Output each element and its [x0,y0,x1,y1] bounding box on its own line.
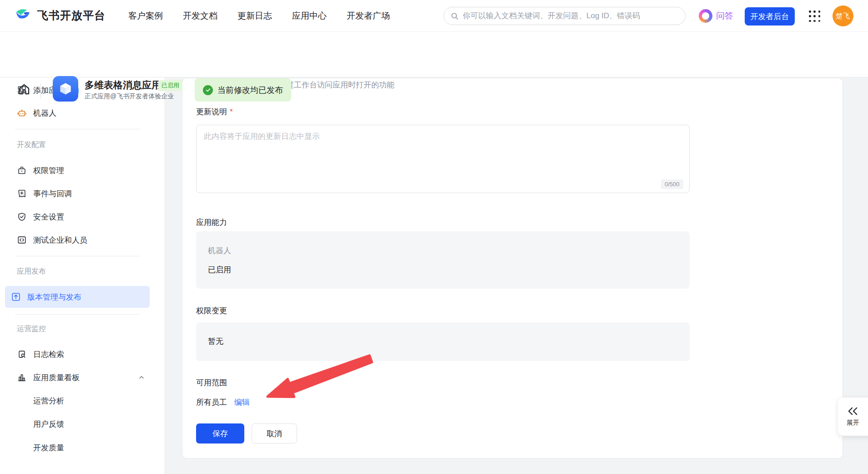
feishu-open-platform-page: 飞书开放平台 客户案例 开发文档 更新日志 应用中心 开发者广场 问答 开发者后… [0,0,868,474]
platform-logo[interactable]: 飞书开放平台 [14,6,106,25]
user-avatar[interactable]: 楚飞 [833,5,853,26]
app-icon [53,76,78,102]
sidebar-item-label: 版本管理与发布 [27,292,81,302]
edit-availability-link[interactable]: 编辑 [234,397,250,408]
sidebar-divider [15,314,140,315]
app-status-badge: 已启用 [158,80,182,91]
cube-icon [56,80,75,98]
sidebar-divider [15,129,140,129]
bar-chart-icon [17,372,27,382]
home-icon [17,82,31,97]
scope-change-box: 暂无 [196,322,690,361]
availability-value: 所有员工 [196,397,227,408]
sidebar: 添加应用能力 机器人 开发配置 权限管理 [0,77,165,474]
char-counter: 0/500 [661,179,683,189]
nav-app-center[interactable]: 应用中心 [292,10,327,22]
sidebar-item-events[interactable]: 事件与回调 [11,184,154,203]
sidebar-item-quality-board[interactable]: 应用质量看板 [11,368,154,387]
nav-dev-docs[interactable]: 开发文档 [183,10,217,22]
sidebar-item-version-release[interactable]: 版本管理与发布 [5,286,150,308]
qa-gradient-ring-icon [699,9,712,23]
top-navbar: 飞书开放平台 客户案例 开发文档 更新日志 应用中心 开发者广场 问答 开发者后… [0,0,868,32]
qa-assistant[interactable]: 问答 [699,0,733,32]
update-note-textarea[interactable] [196,125,690,193]
sidebar-item-label: 权限管理 [33,165,64,176]
platform-logo-text: 飞书开放平台 [37,8,106,23]
home-button[interactable] [15,81,33,98]
sidebar-item-permissions[interactable]: 权限管理 [11,161,154,179]
search-icon [450,12,459,20]
expand-label: 展开 [847,419,859,427]
sidebar-item-label: 日志检索 [33,349,64,360]
sidebar-section-ops-monitor: 运营监控 [17,324,46,334]
publish-status-text: 当前修改均已发布 [217,85,283,96]
capability-status: 已启用 [208,265,231,275]
chevron-up-icon [138,374,145,381]
lock-icon [17,165,27,175]
feishu-logo-icon [14,6,32,25]
sidebar-item-test-org[interactable]: 测试企业和人员 [11,231,154,249]
sidebar-item-security[interactable]: 安全设置 [11,208,154,226]
double-chevron-left-icon [847,406,859,416]
nav-developer-plaza[interactable]: 开发者广场 [347,10,390,22]
robot-icon [17,108,27,118]
shield-check-icon [17,212,27,222]
sidebar-section-app-release: 应用发布 [17,267,46,276]
save-button[interactable]: 保存 [196,423,244,443]
scope-change-value: 暂无 [208,336,223,347]
scope-change-label: 权限变更 [196,306,227,316]
publish-up-arrow-icon [11,292,21,302]
sidebar-divider [15,256,140,256]
apps-grid-icon[interactable] [809,10,821,22]
sidebar-section-dev-config: 开发配置 [17,140,46,150]
nav-customer-cases[interactable]: 客户案例 [128,10,163,22]
publish-status-pill: 当前修改均已发布 [195,78,291,102]
code-icon [17,235,27,245]
developer-console-button[interactable]: 开发者后台 [745,7,795,25]
global-search[interactable] [444,7,686,25]
expand-panel-button[interactable]: 展开 [838,398,868,436]
qa-label: 问答 [716,10,733,22]
app-header: 多维表格消息应用 已启用 正式应用@飞书开发者体验企业 当前修改均已发布 [0,32,868,77]
capability-name: 机器人 [208,245,231,256]
sidebar-item-bot[interactable]: 机器人 [11,104,154,122]
log-search-icon [17,349,27,359]
sidebar-item-label: 安全设置 [33,212,64,222]
update-note-label: 更新说明* [196,107,233,117]
app-subtitle: 正式应用@飞书开发者体验企业 [85,92,174,101]
check-circle-icon [203,85,213,95]
primary-nav: 客户案例 开发文档 更新日志 应用中心 开发者广场 [128,0,390,32]
header-divider [40,83,41,99]
required-asterisk: * [230,107,233,116]
sidebar-item-label: 事件与回调 [33,189,72,199]
sidebar-item-log-search[interactable]: 日志检索 [11,345,154,363]
capability-label: 应用能力 [196,217,227,228]
version-form-card: “默认的应用功能”即用户通过工作台访问应用时打开的功能 更新说明* 0/500 … [182,78,843,459]
cancel-button[interactable]: 取消 [252,423,297,443]
update-note-label-text: 更新说明 [196,107,227,116]
availability-row: 所有员工 编辑 [196,397,250,408]
availability-label: 可用范围 [196,377,227,388]
event-callback-icon [17,189,27,199]
capability-box: 机器人 已启用 [196,231,690,289]
sidebar-item-label: 测试企业和人员 [33,235,87,245]
app-name: 多维表格消息应用 [85,79,161,92]
nav-changelog[interactable]: 更新日志 [237,10,272,22]
sidebar-item-label: 应用质量看板 [33,372,80,383]
sidebar-subitem-user-feedback[interactable]: 用户反馈 [33,415,142,433]
search-input[interactable] [463,11,679,20]
sidebar-item-label: 机器人 [33,108,56,118]
sidebar-subitem-ops-analysis[interactable]: 运营分析 [33,392,142,410]
sidebar-subitem-dev-quality[interactable]: 开发质量 [33,438,142,457]
